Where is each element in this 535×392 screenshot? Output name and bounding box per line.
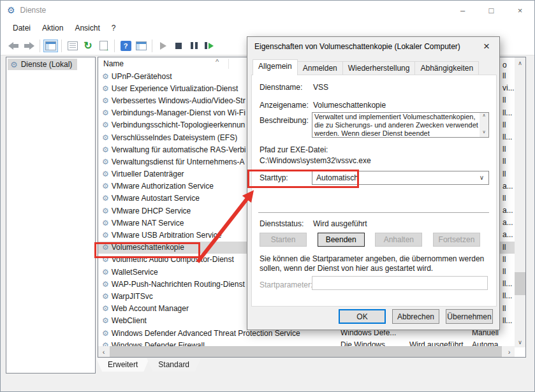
scroll-down-icon[interactable]: ∨ (480, 129, 488, 137)
tab-allgemein[interactable]: Allgemein (253, 59, 298, 75)
service-name: User Experience Virtualization-Dienst (112, 84, 238, 93)
service-gear-icon: ⚙ (102, 134, 109, 142)
restart-service-icon[interactable] (202, 39, 217, 53)
dialog-close-icon[interactable]: × (479, 40, 494, 54)
service-gear-icon: ⚙ (102, 121, 109, 129)
back-icon[interactable] (6, 39, 21, 53)
tab-erweitert[interactable]: Erweitert (96, 358, 149, 372)
properties-window-icon[interactable] (133, 39, 149, 53)
caption-buttons: – □ × (448, 1, 534, 20)
service-gear-icon: ⚙ (102, 158, 109, 166)
resume-button[interactable]: Fortsetzen (433, 233, 480, 247)
start-parameters-input[interactable] (312, 276, 488, 290)
scroll-right-icon[interactable]: › (504, 346, 515, 357)
service-startup-type-fragment: ll (502, 267, 506, 276)
start-parameters-hint: Sie können die Startparameter angeben, d… (260, 254, 488, 273)
minimize-icon[interactable]: – (448, 1, 477, 20)
service-startup-type-fragment: a... (502, 230, 513, 239)
forward-icon[interactable] (21, 39, 36, 53)
service-startup-type-fragment: ll... (502, 108, 512, 117)
refresh-icon[interactable]: ↻ (80, 39, 96, 53)
app-gear-icon: ⚙ (7, 6, 15, 15)
service-name: Verbindungsschicht-Topologieerkennun (112, 120, 245, 129)
horizontal-scrollbar-thumb[interactable] (110, 346, 502, 357)
stop-service-icon[interactable] (171, 39, 186, 53)
service-name: VMware NAT Service (112, 219, 184, 228)
service-gear-icon: ⚙ (102, 317, 109, 324)
service-name-value: VSS (313, 83, 328, 92)
start-service-icon[interactable] (156, 39, 171, 53)
cancel-button[interactable]: Abbrechen (392, 309, 439, 324)
service-startup-type-fragment: ll (502, 96, 506, 105)
services-gear-icon: ⚙ (10, 61, 18, 69)
service-startup-type-fragment: a... (502, 182, 513, 191)
scroll-left-icon[interactable]: ‹ (98, 346, 109, 357)
chevron-down-icon: ∨ (480, 171, 484, 184)
export-list-icon[interactable] (96, 39, 111, 53)
close-icon[interactable]: × (506, 1, 534, 20)
column-header-name[interactable]: Name (103, 59, 124, 68)
start-button[interactable]: Starten (260, 233, 307, 247)
scroll-up-icon[interactable]: ∧ (515, 57, 525, 68)
service-gear-icon: ⚙ (102, 268, 109, 276)
service-gear-icon: ⚙ (102, 170, 109, 178)
tree-item-dienste-lokal[interactable]: ⚙ Dienste (Lokal) (8, 59, 77, 70)
service-gear-icon: ⚙ (102, 85, 109, 92)
help-icon[interactable]: ? (118, 39, 133, 53)
service-status-value: Wird ausgeführt (313, 219, 367, 228)
service-control-buttons: Starten Beenden Anhalten Fortsetzen (260, 233, 480, 247)
service-name: VMware Autostart Service (112, 194, 200, 203)
scroll-down-icon[interactable]: ∨ (515, 337, 525, 347)
description-label: Beschreibung: (260, 116, 309, 125)
service-startup-type-fragment: ll (502, 145, 506, 154)
service-startup-type-fragment: ll... (502, 291, 512, 300)
apply-button[interactable]: Übernehmen (446, 309, 493, 324)
service-gear-icon: ⚙ (102, 330, 109, 337)
exe-path-label: Pfad zur EXE-Datei: (260, 145, 328, 154)
service-gear-icon: ⚙ (102, 231, 109, 239)
vertical-scrollbar[interactable]: ∧ ∨ (515, 57, 525, 347)
window-title: Dienste (20, 6, 47, 15)
tab-anmelden[interactable]: Anmelden (297, 61, 343, 75)
service-name: VMware DHCP Service (112, 207, 191, 215)
service-startup-type-fragment: ll (502, 170, 506, 178)
service-gear-icon: ⚙ (102, 182, 109, 190)
maximize-icon[interactable]: □ (477, 1, 506, 20)
menu-ansicht[interactable]: Ansicht (69, 21, 105, 35)
service-name: Verbindungs-Manager-Dienst von Wi-Fi (112, 108, 246, 117)
service-gear-icon: ⚙ (102, 109, 109, 117)
menu-datei[interactable]: Datei (7, 21, 36, 35)
title-bar: ⚙ Dienste – □ × (1, 1, 534, 20)
service-gear-icon: ⚙ (102, 293, 109, 300)
dialog-tabs: Allgemein Anmelden Wiederherstellung Abh… (253, 61, 478, 75)
menu-help[interactable]: ? (106, 21, 122, 35)
toolbar-separator (152, 40, 152, 52)
tab-wiederherstellung[interactable]: Wiederherstellung (342, 61, 416, 75)
tree-item-label: Dienste (Lokal) (21, 60, 73, 69)
description-text: Verwaltet und implementiert Volumeschatt… (314, 113, 479, 138)
pause-button[interactable]: Anhalten (375, 233, 422, 247)
annotation-box-starttyp (247, 170, 359, 188)
service-name-label: Dienstname: (260, 83, 302, 92)
description-field[interactable]: Verwaltet und implementiert Volumeschatt… (312, 112, 489, 138)
vertical-scrollbar-thumb[interactable] (515, 272, 525, 295)
service-startup-type-fragment: ll... (502, 133, 512, 142)
section-divider (258, 212, 489, 213)
properties-list-icon[interactable] (65, 39, 80, 53)
stop-button[interactable]: Beenden (318, 233, 365, 247)
tab-standard[interactable]: Standard (147, 358, 201, 372)
menu-aktion[interactable]: Aktion (36, 21, 69, 35)
ok-button[interactable]: OK (339, 309, 386, 324)
service-name: WebClient (112, 316, 147, 325)
console-tree-toggle-icon[interactable] (43, 40, 58, 52)
service-gear-icon: ⚙ (102, 305, 109, 312)
description-scrollbar[interactable]: ∧ ∨ (480, 113, 488, 137)
service-gear-icon: ⚙ (102, 73, 109, 80)
horizontal-scrollbar[interactable]: ‹ › (98, 346, 515, 357)
tab-abhaengigkeiten[interactable]: Abhängigkeiten (414, 61, 479, 75)
dialog-footer-buttons: OK Abbrechen Übernehmen (339, 309, 493, 324)
pause-service-icon[interactable] (186, 39, 202, 53)
toolbar-separator (40, 40, 40, 52)
scroll-up-icon[interactable]: ∧ (480, 113, 488, 120)
service-name: WAP-Push-Nachrichten Routing-Dienst (112, 280, 245, 289)
